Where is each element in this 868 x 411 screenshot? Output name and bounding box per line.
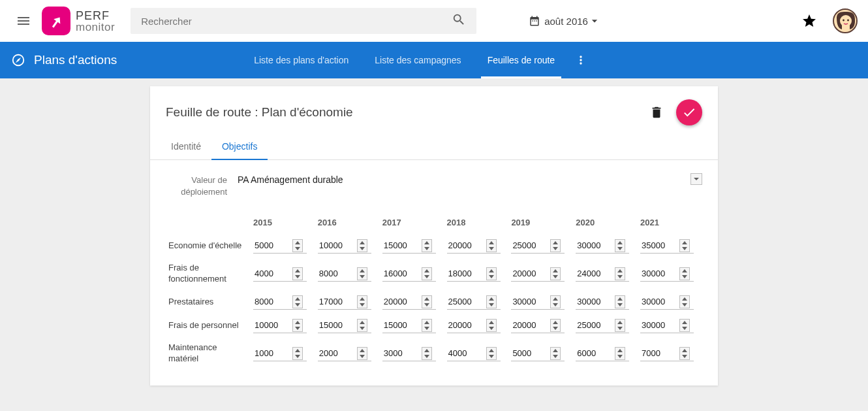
deployment-select[interactable]: PA Aménagement durable [238,173,702,187]
stepper[interactable] [550,319,561,332]
value-field[interactable] [382,294,422,309]
stepper[interactable] [550,267,561,280]
value-field[interactable] [253,346,292,361]
date-picker[interactable]: août 2016 [529,14,605,27]
tab-action-plan-list[interactable]: Liste des plans d'action [241,42,362,78]
stepper[interactable] [422,239,432,252]
stepper[interactable] [679,295,690,308]
stepper[interactable] [486,347,497,360]
stepper[interactable] [486,319,497,332]
logo[interactable]: PERF monitor [42,7,115,35]
stepper[interactable] [615,319,625,332]
value-field[interactable] [640,294,679,309]
value-field[interactable] [576,346,615,361]
value-field[interactable] [318,238,357,253]
value-field[interactable] [640,266,679,281]
search-icon[interactable] [446,7,471,35]
value-field[interactable] [576,238,615,253]
table-row: Frais de personnel [166,314,702,337]
stepper[interactable] [550,239,561,252]
value-field[interactable] [253,294,292,309]
number-input [640,346,694,361]
stepper[interactable] [679,239,690,252]
stepper[interactable] [357,239,367,252]
confirm-button[interactable] [676,99,702,125]
value-field[interactable] [253,318,292,333]
stepper[interactable] [486,267,497,280]
value-cell [444,234,509,257]
stepper[interactable] [679,319,690,332]
value-field[interactable] [447,294,486,309]
value-field[interactable] [382,266,422,281]
value-field[interactable] [640,346,679,361]
value-field[interactable] [318,318,357,333]
value-field[interactable] [447,266,486,281]
value-cell [380,314,444,337]
delete-button[interactable] [645,101,668,124]
value-cell [573,234,638,257]
stepper[interactable] [422,319,432,332]
value-field[interactable] [511,238,550,253]
more-button[interactable] [568,42,594,78]
stepper[interactable] [357,267,367,280]
stepper[interactable] [550,295,561,308]
value-field[interactable] [382,318,422,333]
stepper[interactable] [357,347,367,360]
value-field[interactable] [318,294,357,309]
value-field[interactable] [318,346,357,361]
favorite-button[interactable] [796,8,822,34]
subtab-objectives[interactable]: Objectifs [211,133,268,159]
stepper[interactable] [292,267,303,280]
tab-campaign-list[interactable]: Liste des campagnes [362,42,474,78]
stepper[interactable] [292,295,303,308]
brand-line-2: monitor [76,22,115,33]
value-field[interactable] [576,266,615,281]
stepper[interactable] [292,319,303,332]
stepper[interactable] [615,347,625,360]
number-input [382,346,436,361]
stepper[interactable] [550,347,561,360]
value-field[interactable] [447,318,486,333]
value-field[interactable] [511,318,550,333]
stepper[interactable] [486,239,497,252]
value-field[interactable] [253,238,292,253]
value-field[interactable] [511,294,550,309]
menu-button[interactable] [10,8,37,34]
value-field[interactable] [640,318,679,333]
stepper[interactable] [486,295,497,308]
dropdown-icon [588,14,601,27]
number-input [318,294,371,310]
stepper[interactable] [615,239,625,252]
tab-roadmaps[interactable]: Feuilles de route [474,42,568,78]
value-field[interactable] [382,346,422,361]
value-field[interactable] [640,238,679,253]
stepper[interactable] [679,267,690,280]
stepper[interactable] [292,347,303,360]
value-field[interactable] [318,266,357,281]
stepper[interactable] [422,267,432,280]
stepper[interactable] [615,295,625,308]
avatar[interactable] [833,8,858,33]
value-field[interactable] [511,266,550,281]
stepper[interactable] [422,295,432,308]
stepper[interactable] [679,347,690,360]
value-field[interactable] [576,318,615,333]
value-field[interactable] [253,266,292,281]
value-field[interactable] [447,346,486,361]
subtab-identity[interactable]: Identité [161,133,211,159]
value-cell [444,337,509,370]
number-input [640,294,694,310]
stepper[interactable] [292,239,303,252]
year-header: 2017 [380,211,444,234]
stepper[interactable] [357,319,367,332]
value-field[interactable] [382,238,422,253]
search-input[interactable] [141,16,446,27]
stepper[interactable] [615,267,625,280]
value-field[interactable] [511,346,550,361]
stepper[interactable] [357,295,367,308]
value-cell [573,290,638,314]
value-field[interactable] [447,238,486,253]
chevron-down-icon[interactable] [690,173,702,185]
value-field[interactable] [576,294,615,309]
stepper[interactable] [422,347,432,360]
